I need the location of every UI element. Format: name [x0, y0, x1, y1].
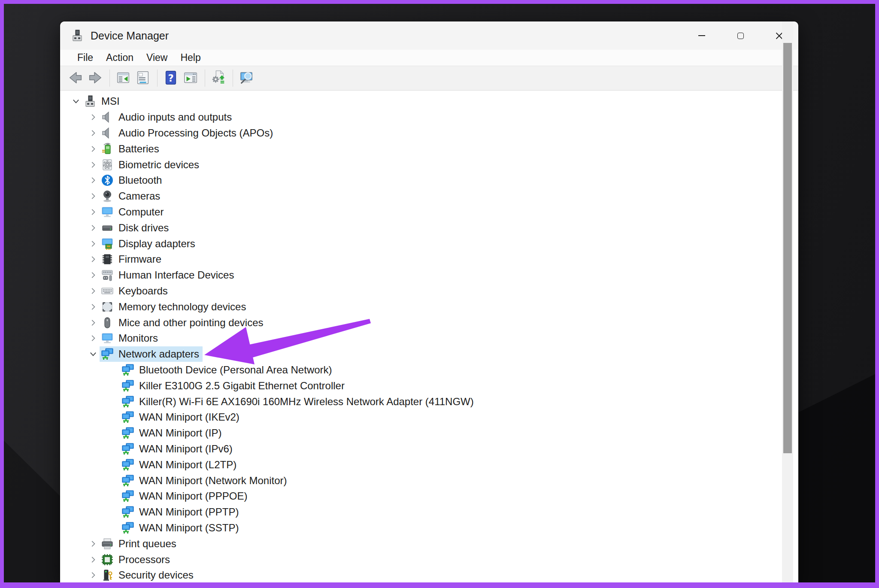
tree-row[interactable]: Memory technology devices: [60, 299, 798, 315]
row-content[interactable]: WAN Miniport (IKEv2): [120, 409, 243, 425]
row-content[interactable]: Disk drives: [100, 220, 172, 236]
chevron-right-icon[interactable]: [87, 158, 100, 171]
row-content[interactable]: Monitors: [100, 330, 161, 346]
chevron-down-icon[interactable]: [87, 348, 100, 361]
tree-row[interactable]: WAN Miniport (PPPOE): [60, 488, 798, 504]
tree-row[interactable]: WAN Miniport (PPTP): [60, 504, 798, 520]
help-button[interactable]: ?: [161, 69, 180, 88]
row-content[interactable]: Mice and other pointing devices: [100, 315, 267, 330]
row-content[interactable]: Human Interface Devices: [100, 267, 237, 283]
tree-row[interactable]: Disk drives: [60, 220, 798, 236]
row-content[interactable]: Security devices: [100, 567, 197, 582]
row-content[interactable]: Display adapters: [100, 236, 199, 252]
tree-row[interactable]: Audio inputs and outputs: [60, 109, 798, 125]
row-content[interactable]: WAN Miniport (SSTP): [120, 520, 242, 536]
row-content[interactable]: MSI: [82, 94, 123, 109]
row-content[interactable]: WAN Miniport (PPPOE): [120, 488, 251, 504]
tree-row[interactable]: Bluetooth Device (Personal Area Network): [60, 362, 798, 378]
row-content[interactable]: Bluetooth Device (Personal Area Network): [120, 362, 336, 378]
tree-row[interactable]: WAN Miniport (L2TP): [60, 457, 798, 473]
chevron-right-icon[interactable]: [87, 190, 100, 203]
row-content[interactable]: Computer: [100, 204, 167, 220]
chevron-right-icon[interactable]: [87, 253, 100, 266]
tree-row[interactable]: Killer(R) Wi-Fi 6E AX1690i 160MHz Wirele…: [60, 394, 798, 409]
forward-button[interactable]: [86, 69, 105, 88]
chevron-right-icon[interactable]: [87, 285, 100, 297]
back-button[interactable]: [66, 69, 85, 88]
maximize-button[interactable]: [721, 21, 760, 50]
update-driver-button[interactable]: [209, 69, 228, 88]
row-content[interactable]: Keyboards: [100, 283, 171, 299]
chevron-right-icon[interactable]: [87, 537, 100, 550]
row-content[interactable]: Killer E3100G 2.5 Gigabit Ethernet Contr…: [120, 378, 348, 394]
minimize-button[interactable]: [682, 21, 721, 50]
row-content[interactable]: Cameras: [100, 188, 164, 204]
chevron-right-icon[interactable]: [87, 553, 100, 566]
chevron-right-icon[interactable]: [87, 316, 100, 329]
tree-row[interactable]: Bluetooth: [60, 173, 798, 188]
tree-row[interactable]: Batteries: [60, 141, 798, 157]
row-content[interactable]: WAN Miniport (PPTP): [120, 504, 242, 520]
tree-row[interactable]: Monitors: [60, 330, 798, 346]
toolbar-separator: [109, 70, 110, 87]
tree-row[interactable]: Cameras: [60, 188, 798, 204]
scrollbar-thumb[interactable]: [783, 43, 792, 453]
console-tree-button[interactable]: [114, 69, 133, 88]
tree-row[interactable]: WAN Miniport (IP): [60, 425, 798, 441]
row-content[interactable]: Audio inputs and outputs: [100, 109, 235, 125]
tree-row[interactable]: Firmware: [60, 252, 798, 267]
row-content[interactable]: Batteries: [100, 141, 163, 157]
tree-row[interactable]: Processors: [60, 552, 798, 567]
chevron-right-icon[interactable]: [87, 300, 100, 313]
tree-row[interactable]: WAN Miniport (Network Monitor): [60, 473, 798, 488]
tree-row[interactable]: Human Interface Devices: [60, 267, 798, 283]
row-content[interactable]: WAN Miniport (IP): [120, 425, 225, 441]
row-content[interactable]: Firmware: [100, 252, 165, 267]
tree-row[interactable]: Killer E3100G 2.5 Gigabit Ethernet Contr…: [60, 378, 798, 394]
row-content[interactable]: WAN Miniport (IPv6): [120, 441, 236, 457]
menu-help[interactable]: Help: [180, 52, 200, 64]
row-content[interactable]: Audio Processing Objects (APOs): [100, 125, 276, 141]
chevron-right-icon[interactable]: [87, 174, 100, 187]
chevron-right-icon[interactable]: [87, 221, 100, 234]
scan-hardware-button[interactable]: [237, 69, 256, 88]
row-content[interactable]: Print queues: [100, 536, 180, 552]
menu-file[interactable]: File: [77, 52, 93, 64]
tree-row[interactable]: Display adapters: [60, 236, 798, 252]
row-content[interactable]: Bluetooth: [100, 173, 165, 188]
tree-row[interactable]: Computer: [60, 204, 798, 220]
tree-row[interactable]: WAN Miniport (IPv6): [60, 441, 798, 457]
row-content[interactable]: Processors: [100, 552, 173, 567]
action-pane-button[interactable]: [181, 69, 200, 88]
chevron-right-icon[interactable]: [87, 142, 100, 155]
tree-row[interactable]: Print queues: [60, 536, 798, 552]
tree-row[interactable]: Biometric devices: [60, 157, 798, 173]
chevron-right-icon[interactable]: [87, 237, 100, 250]
chevron-right-icon[interactable]: [87, 127, 100, 139]
tree-row[interactable]: WAN Miniport (IKEv2): [60, 409, 798, 425]
row-content[interactable]: Killer(R) Wi-Fi 6E AX1690i 160MHz Wirele…: [120, 394, 477, 409]
menu-action[interactable]: Action: [106, 52, 133, 64]
menu-view[interactable]: View: [146, 52, 167, 64]
row-content[interactable]: Memory technology devices: [100, 299, 249, 315]
properties-button[interactable]: [133, 69, 152, 88]
row-content[interactable]: Biometric devices: [100, 157, 203, 173]
tree-row[interactable]: Network adapters: [60, 346, 798, 362]
chevron-right-icon[interactable]: [87, 269, 100, 282]
chevron-right-icon[interactable]: [87, 111, 100, 124]
tree-row[interactable]: Security devices: [60, 567, 798, 582]
tree-row[interactable]: WAN Miniport (SSTP): [60, 520, 798, 536]
selected-row-content[interactable]: Network adapters: [100, 346, 203, 362]
chevron-right-icon[interactable]: [87, 569, 100, 582]
tree-label: Killer(R) Wi-Fi 6E AX1690i 160MHz Wirele…: [139, 396, 474, 408]
row-content[interactable]: WAN Miniport (L2TP): [120, 457, 240, 473]
chevron-right-icon[interactable]: [87, 206, 100, 218]
tree-row[interactable]: Mice and other pointing devices: [60, 315, 798, 330]
chevron-down-icon[interactable]: [70, 95, 82, 108]
tree-row[interactable]: Keyboards: [60, 283, 798, 299]
chevron-right-icon[interactable]: [87, 332, 100, 345]
vertical-scrollbar[interactable]: [782, 21, 793, 582]
tree-row[interactable]: Audio Processing Objects (APOs): [60, 125, 798, 141]
row-content[interactable]: WAN Miniport (Network Monitor): [120, 473, 291, 488]
tree-row[interactable]: MSI: [60, 94, 798, 109]
